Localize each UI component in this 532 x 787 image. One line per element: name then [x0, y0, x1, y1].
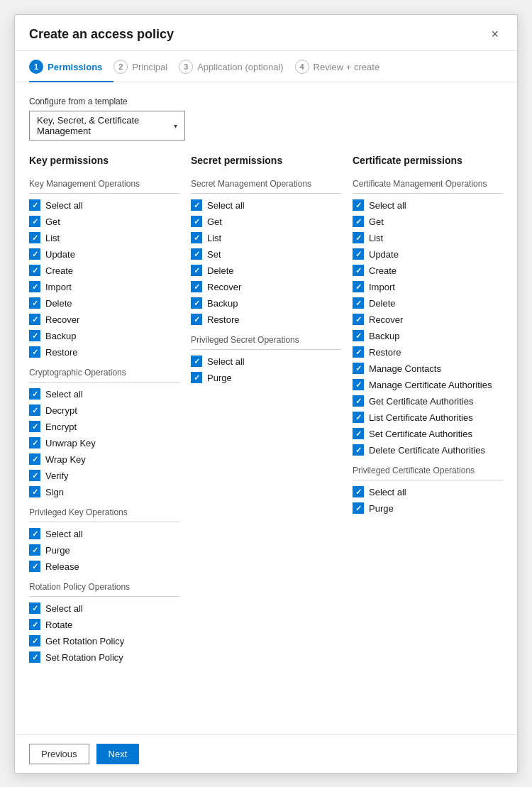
- list-item[interactable]: Delete Certificate Authorities: [353, 444, 503, 456]
- checkbox-get-secret[interactable]: [191, 216, 202, 227]
- checkbox-unwrap-key[interactable]: [29, 437, 40, 448]
- list-item[interactable]: Select all: [29, 528, 179, 539]
- list-item[interactable]: Delete: [353, 297, 503, 309]
- checkbox-get-cert[interactable]: [353, 216, 364, 227]
- checkbox-recover-secret[interactable]: [191, 281, 202, 292]
- list-item[interactable]: Set: [191, 248, 341, 260]
- list-item[interactable]: Update: [29, 248, 179, 260]
- checkbox-delete-key[interactable]: [29, 297, 40, 309]
- checkbox-create-key[interactable]: [29, 265, 40, 276]
- checkbox-delete-secret[interactable]: [191, 265, 202, 276]
- list-item[interactable]: Create: [29, 265, 179, 276]
- list-item[interactable]: Get: [29, 216, 179, 227]
- list-item[interactable]: Delete: [191, 265, 341, 276]
- checkbox-select-all-crypto[interactable]: [29, 388, 40, 400]
- checkbox-verify[interactable]: [29, 470, 40, 481]
- list-item[interactable]: Verify: [29, 470, 179, 481]
- list-item[interactable]: Backup: [191, 297, 341, 309]
- checkbox-restore-secret[interactable]: [191, 314, 202, 325]
- tab-principal[interactable]: 2 Principal: [113, 51, 179, 82]
- checkbox-purge-cert[interactable]: [353, 502, 364, 514]
- checkbox-list-cas-cert[interactable]: [353, 412, 364, 423]
- checkbox-list-cert[interactable]: [353, 232, 364, 243]
- list-item[interactable]: Select all: [29, 602, 179, 614]
- checkbox-sign[interactable]: [29, 486, 40, 497]
- list-item[interactable]: Purge: [191, 372, 341, 383]
- list-item[interactable]: Get Rotation Policy: [29, 635, 179, 646]
- previous-button[interactable]: Previous: [29, 744, 89, 764]
- checkbox-get-cas-cert[interactable]: [353, 395, 364, 407]
- list-item[interactable]: Restore: [191, 314, 341, 325]
- close-button[interactable]: ×: [487, 26, 503, 42]
- checkbox-rotate[interactable]: [29, 619, 40, 630]
- checkbox-decrypt[interactable]: [29, 404, 40, 416]
- checkbox-backup-secret[interactable]: [191, 297, 202, 309]
- list-item[interactable]: Encrypt: [29, 421, 179, 432]
- list-item[interactable]: Select all: [353, 199, 503, 211]
- list-item[interactable]: Get: [353, 216, 503, 227]
- checkbox-recover-key[interactable]: [29, 314, 40, 325]
- list-item[interactable]: Purge: [353, 502, 503, 514]
- checkbox-list-secret[interactable]: [191, 232, 202, 243]
- checkbox-backup-key[interactable]: [29, 330, 40, 341]
- list-item[interactable]: Set Rotation Policy: [29, 651, 179, 663]
- checkbox-select-all-priv-secret[interactable]: [191, 356, 202, 367]
- list-item[interactable]: Unwrap Key: [29, 437, 179, 448]
- checkbox-restore-cert[interactable]: [353, 346, 364, 358]
- checkbox-set-secret[interactable]: [191, 248, 202, 260]
- checkbox-restore-key[interactable]: [29, 346, 40, 358]
- list-item[interactable]: Recover: [191, 281, 341, 292]
- list-item[interactable]: Restore: [29, 346, 179, 358]
- checkbox-import-key[interactable]: [29, 281, 40, 292]
- list-item[interactable]: Set Certificate Authorities: [353, 428, 503, 439]
- checkbox-delete-cert[interactable]: [353, 297, 364, 309]
- checkbox-manage-cas-cert[interactable]: [353, 379, 364, 390]
- list-item[interactable]: Recover: [353, 314, 503, 325]
- list-item[interactable]: Backup: [353, 330, 503, 341]
- list-item[interactable]: Update: [353, 248, 503, 260]
- checkbox-delete-cas-cert[interactable]: [353, 444, 364, 456]
- list-item[interactable]: Select all: [29, 199, 179, 211]
- list-item[interactable]: Manage Certificate Authorities: [353, 379, 503, 390]
- list-item[interactable]: Select all: [29, 388, 179, 400]
- list-item[interactable]: Delete: [29, 297, 179, 309]
- checkbox-import-cert[interactable]: [353, 281, 364, 292]
- list-item[interactable]: Wrap Key: [29, 453, 179, 465]
- checkbox-create-cert[interactable]: [353, 265, 364, 276]
- checkbox-update-cert[interactable]: [353, 248, 364, 260]
- list-item[interactable]: List: [353, 232, 503, 243]
- checkbox-get-rotation-policy[interactable]: [29, 635, 40, 646]
- checkbox-list-key[interactable]: [29, 232, 40, 243]
- list-item[interactable]: Get Certificate Authorities: [353, 395, 503, 407]
- checkbox-select-all-key-mgmt[interactable]: [29, 199, 40, 211]
- list-item[interactable]: Purge: [29, 544, 179, 556]
- checkbox-backup-cert[interactable]: [353, 330, 364, 341]
- list-item[interactable]: Sign: [29, 486, 179, 497]
- list-item[interactable]: Get: [191, 216, 341, 227]
- list-item[interactable]: Select all: [191, 199, 341, 211]
- checkbox-release-key[interactable]: [29, 561, 40, 572]
- list-item[interactable]: List: [191, 232, 341, 243]
- next-button[interactable]: Next: [96, 744, 140, 764]
- checkbox-select-all-rotation[interactable]: [29, 602, 40, 614]
- checkbox-select-all-priv-key[interactable]: [29, 528, 40, 539]
- tab-application[interactable]: 3 Application (optional): [179, 51, 294, 82]
- checkbox-get-key[interactable]: [29, 216, 40, 227]
- tab-permissions[interactable]: 1 Permissions: [29, 51, 113, 82]
- list-item[interactable]: Decrypt: [29, 404, 179, 416]
- list-item[interactable]: Recover: [29, 314, 179, 325]
- checkbox-update-key[interactable]: [29, 248, 40, 260]
- checkbox-purge-key[interactable]: [29, 544, 40, 556]
- list-item[interactable]: Rotate: [29, 619, 179, 630]
- checkbox-select-all-secret-mgmt[interactable]: [191, 199, 202, 211]
- checkbox-manage-contacts-cert[interactable]: [353, 363, 364, 374]
- list-item[interactable]: Select all: [191, 356, 341, 367]
- tab-review[interactable]: 4 Review + create: [295, 51, 392, 82]
- checkbox-purge-secret[interactable]: [191, 372, 202, 383]
- list-item[interactable]: Backup: [29, 330, 179, 341]
- checkbox-recover-cert[interactable]: [353, 314, 364, 325]
- checkbox-wrap-key[interactable]: [29, 453, 40, 465]
- list-item[interactable]: Release: [29, 561, 179, 572]
- checkbox-set-cas-cert[interactable]: [353, 428, 364, 439]
- list-item[interactable]: List Certificate Authorities: [353, 412, 503, 423]
